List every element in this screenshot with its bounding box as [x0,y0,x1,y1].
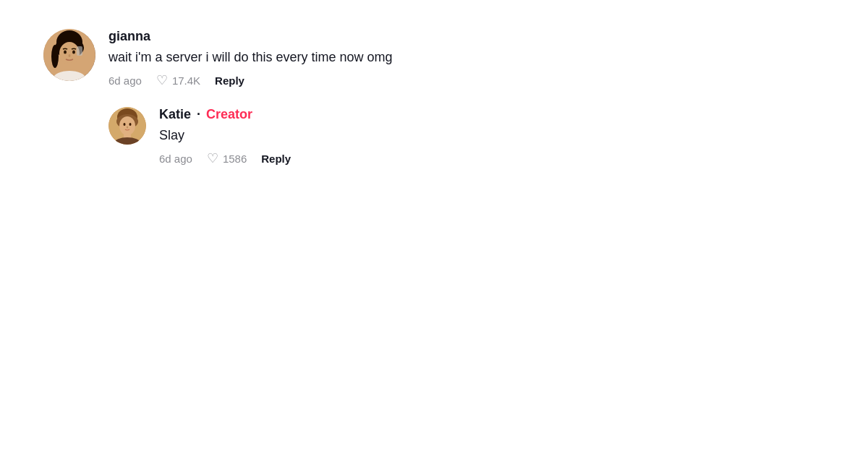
avatar-katie [109,107,146,145]
comment-katie-time: 6d ago [159,153,192,165]
comment-katie-username-row: Katie · Creator [159,107,291,122]
username-katie: Katie [159,107,191,122]
likes-count-gianna: 17.4K [172,74,200,87]
comment-katie-body: Katie · Creator Slay 6d ago ♡ 1586 Reply [159,107,291,165]
comment-katie: Katie · Creator Slay 6d ago ♡ 1586 Reply [109,107,825,165]
svg-point-20 [127,127,128,129]
heart-icon-katie[interactable]: ♡ [207,152,218,165]
comment-gianna-meta: 6d ago ♡ 17.4K Reply [109,74,393,87]
comment-gianna: gianna wait i'm a server i will do this … [43,29,825,87]
comment-katie-text: Slay [159,127,291,145]
avatar-gianna [43,29,95,81]
svg-point-15 [119,116,135,135]
heart-icon-gianna[interactable]: ♡ [156,74,168,87]
svg-point-18 [124,123,126,126]
comment-gianna-username-row: gianna [109,29,393,44]
comment-katie-likes: ♡ 1586 [207,152,247,165]
svg-point-8 [64,51,67,54]
username-gianna: gianna [109,29,150,44]
reply-button-gianna[interactable]: Reply [215,74,244,87]
svg-point-9 [72,51,75,54]
comment-gianna-time: 6d ago [109,74,142,87]
svg-point-4 [59,42,80,65]
svg-point-19 [129,123,132,126]
comment-gianna-text: wait i'm a server i will do this every t… [109,48,393,67]
comment-gianna-body: gianna wait i'm a server i will do this … [109,29,393,87]
svg-rect-5 [65,62,74,72]
svg-point-10 [69,54,71,57]
svg-point-3 [51,45,59,68]
reply-button-katie[interactable]: Reply [261,153,291,165]
comment-gianna-likes: ♡ 17.4K [156,74,200,87]
comments-container: gianna wait i'm a server i will do this … [43,29,825,165]
separator-katie: · [197,107,200,122]
creator-badge-katie: Creator [206,107,252,122]
comment-katie-meta: 6d ago ♡ 1586 Reply [159,152,291,165]
svg-rect-7 [77,46,82,56]
likes-count-katie: 1586 [223,153,247,165]
